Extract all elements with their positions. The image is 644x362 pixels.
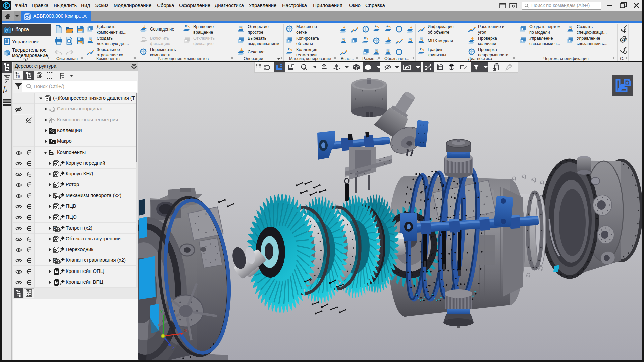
svg-text:A: A xyxy=(621,38,624,42)
svg-text:12: 12 xyxy=(18,76,20,78)
svg-text:Y: Y xyxy=(160,309,163,314)
svg-text:Z: Z xyxy=(172,346,174,351)
svg-text:B: B xyxy=(625,38,627,42)
svg-text:X: X xyxy=(184,328,187,333)
